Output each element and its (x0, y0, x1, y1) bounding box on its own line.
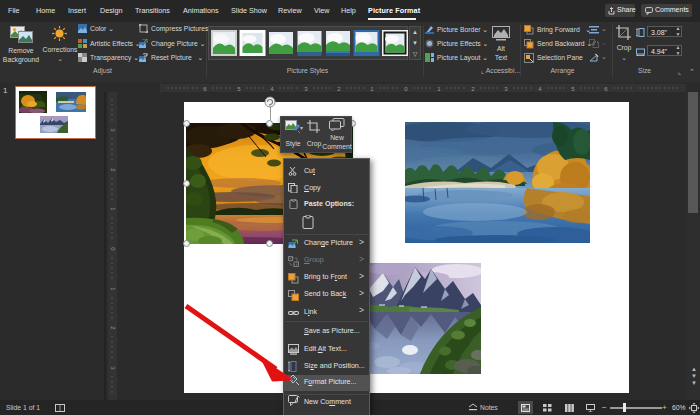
svg-text:3: 3 (110, 128, 116, 132)
svg-text:1: 1 (370, 86, 374, 92)
svg-text:0: 0 (404, 86, 408, 92)
svg-text:2: 2 (110, 168, 116, 172)
svg-text:3: 3 (110, 366, 116, 370)
svg-text:6: 6 (604, 86, 608, 92)
svg-text:4: 4 (270, 86, 274, 92)
svg-text:0: 0 (110, 247, 116, 251)
svg-text:1: 1 (437, 86, 441, 92)
svg-text:5: 5 (571, 86, 575, 92)
svg-text:5: 5 (237, 86, 241, 92)
svg-text:6: 6 (203, 86, 207, 92)
svg-text:4: 4 (538, 86, 542, 92)
svg-text:1: 1 (110, 207, 116, 211)
svg-text:3: 3 (504, 86, 508, 92)
svg-text:2: 2 (471, 86, 475, 92)
svg-text:2: 2 (110, 326, 116, 330)
svg-text:1: 1 (110, 287, 116, 291)
svg-text:2: 2 (337, 86, 341, 92)
svg-text:3: 3 (304, 86, 308, 92)
